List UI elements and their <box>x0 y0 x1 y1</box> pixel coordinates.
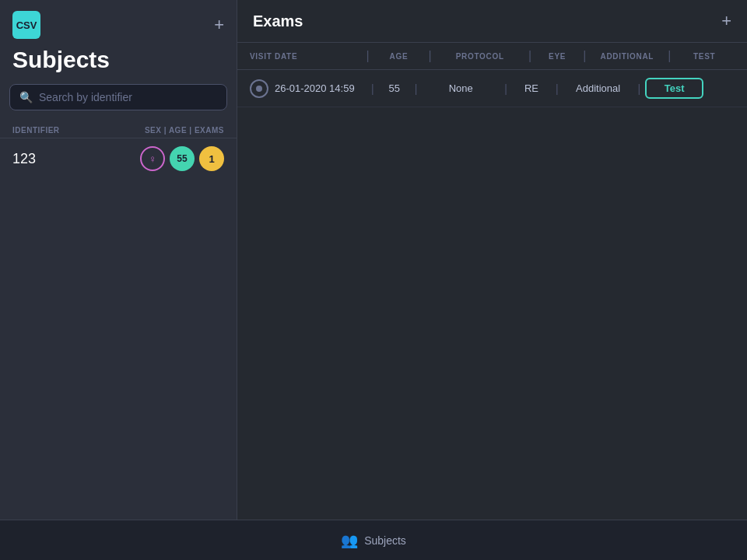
col-protocol: PROTOCOL <box>435 52 525 61</box>
add-subject-button[interactable]: + <box>214 16 224 33</box>
subjects-nav-icon: 👥 <box>341 532 358 549</box>
sep1: | <box>366 49 369 63</box>
search-container: 🔍 <box>0 84 237 123</box>
subject-row[interactable]: 123 ♀ 55 1 <box>0 138 237 179</box>
search-input[interactable] <box>39 91 217 103</box>
pipe1: | <box>371 82 374 95</box>
exam-status-inner <box>256 86 262 92</box>
exam-status-icon <box>250 79 268 98</box>
col-eye: EYE <box>535 52 580 61</box>
right-header: Exams + <box>237 0 747 43</box>
subjects-table-header: IDENTIFIER SEX | AGE | EXAMS <box>0 123 237 138</box>
search-box: 🔍 <box>9 84 227 110</box>
exam-protocol-val: None <box>422 82 500 94</box>
exam-eye-val: RE <box>512 82 551 94</box>
subjects-title: Subjects <box>0 39 237 84</box>
exams-columns-header: VISIT DATE | AGE | PROTOCOL | EYE | ADDI… <box>237 43 747 70</box>
col-age: AGE <box>373 52 426 61</box>
sex-badge: ♀ <box>140 146 165 171</box>
sep3: | <box>528 49 531 63</box>
col-identifier-label: IDENTIFIER <box>12 126 145 135</box>
exam-visit-date: 26-01-2020 14:59 <box>275 82 366 94</box>
pipe4: | <box>556 82 559 95</box>
bottom-nav: 👥 Subjects <box>0 520 747 560</box>
subjects-nav-label[interactable]: Subjects <box>364 534 406 547</box>
exams-badge: 1 <box>199 146 224 171</box>
logo-icon: CSV <box>12 11 40 39</box>
sep5: | <box>668 49 671 63</box>
sep4: | <box>583 49 586 63</box>
exam-additional-val: Additional <box>563 82 633 94</box>
right-panel: Exams + VISIT DATE | AGE | PROTOCOL | EY… <box>237 0 747 560</box>
col-sex-age-exams-label: SEX | AGE | EXAMS <box>145 126 224 135</box>
pipe2: | <box>415 82 418 95</box>
subject-id: 123 <box>12 151 140 167</box>
pipe3: | <box>504 82 507 95</box>
col-test: TEST <box>674 52 735 61</box>
col-additional: ADDITIONAL <box>589 52 665 61</box>
subject-badges: ♀ 55 1 <box>140 146 224 171</box>
age-badge: 55 <box>170 146 195 171</box>
col-visit-date: VISIT DATE <box>250 52 363 61</box>
left-header: CSV + <box>0 0 237 39</box>
add-exam-button[interactable]: + <box>721 11 731 31</box>
exam-test-button[interactable]: Test <box>645 78 703 99</box>
search-icon: 🔍 <box>19 91 33 103</box>
sep2: | <box>428 49 431 63</box>
pipe5: | <box>638 82 641 95</box>
exam-age-val: 55 <box>379 82 410 94</box>
exam-row[interactable]: 26-01-2020 14:59 | 55 | None | RE | Addi… <box>237 70 747 107</box>
exams-title: Exams <box>253 12 303 30</box>
left-panel: CSV + Subjects 🔍 IDENTIFIER SEX | AGE | … <box>0 0 237 560</box>
